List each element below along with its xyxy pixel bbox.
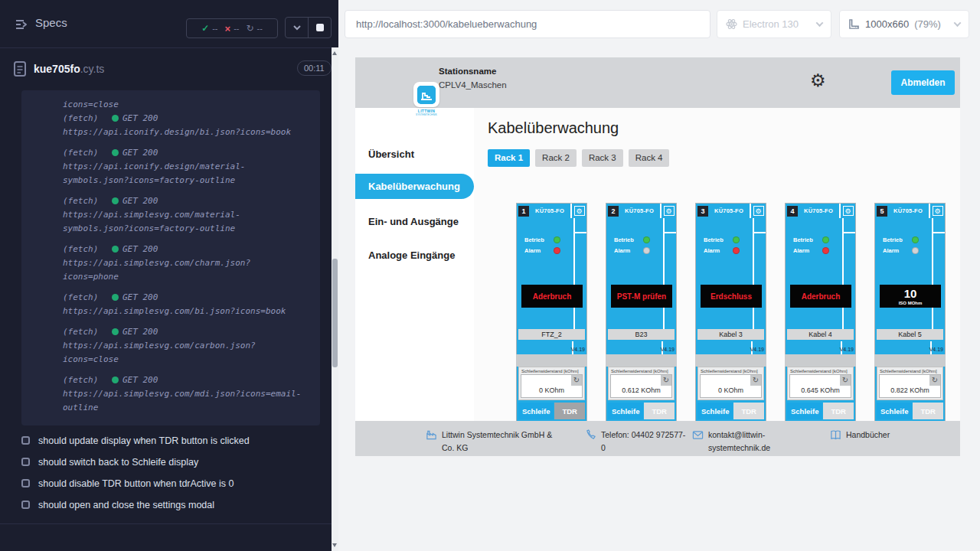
scroll-up-arrow[interactable] (332, 51, 337, 55)
rack-buttons: Schleife TDR (608, 403, 675, 419)
log-entry-url: https://api.simplesvg.com/material-symbo… (63, 208, 305, 236)
resistance-value: 0.612 KOhm (611, 386, 671, 394)
rack-cable-label: Kabel 4 (787, 329, 854, 340)
email-icon (692, 429, 704, 441)
tab-rack-2[interactable]: Rack 2 (535, 149, 577, 167)
tdr-button[interactable]: TDR (644, 403, 675, 419)
footer-email[interactable]: kontakt@littwin-systemtechnik.de (692, 429, 788, 455)
log-entry[interactable]: (fetch)GET 200 https://api.simplesvg.com… (63, 194, 311, 236)
rack-settings-icon[interactable]: ⚙ (843, 206, 854, 216)
schleife-button[interactable]: Schleife (608, 403, 643, 419)
url-input[interactable] (345, 10, 710, 38)
sidebar-item-ein-und-ausgaenge[interactable]: Ein- und Ausgänge (368, 216, 459, 227)
rack-display: Aderbruch (790, 285, 851, 308)
specs-label[interactable]: Specs (35, 16, 67, 29)
collapse-button[interactable] (286, 18, 308, 37)
rack-settings-icon[interactable]: ⚙ (753, 206, 764, 216)
rack-settings-icon[interactable]: ⚙ (664, 206, 675, 216)
log-entry[interactable]: (fetch)GET 200 https://api.simplesvg.com… (63, 373, 311, 415)
settings-gear-icon[interactable]: ⚙ (810, 72, 826, 90)
browser-selector[interactable]: Electron 130 (717, 10, 831, 38)
divider (0, 47, 332, 48)
test-item[interactable]: should disable TDR button when tdrActive… (21, 478, 320, 489)
spec-file-ext: .cy.ts (80, 63, 105, 75)
cross-icon: × (225, 23, 231, 34)
betrieb-led (554, 236, 560, 243)
log-entry[interactable]: (fetch)GET 200 https://api.simplesvg.com… (63, 325, 311, 367)
log-entry[interactable]: (fetch)GET 200 https://api.simplesvg.com… (63, 243, 311, 284)
tab-rack-4[interactable]: Rack 4 (629, 149, 670, 167)
sidebar-item-kabelueberwachung[interactable]: Kabelüberwachung (355, 174, 474, 199)
footer-manuals[interactable]: Handbücher (830, 429, 890, 442)
divider (0, 523, 332, 524)
tdr-button[interactable]: TDR (913, 403, 943, 419)
log-entry-url: https://api.simplesvg.com/carbon.json?ic… (63, 339, 305, 367)
resistance-value: 0.822 KOhm (880, 386, 940, 394)
tdr-button[interactable]: TDR (733, 403, 764, 419)
rack-leds: Betrieb Alarm (704, 234, 740, 256)
rack-cable-label: Kabel 5 (877, 329, 943, 340)
browser-preview-pane: Electron 130 1000x660 (79%) Stationsname… (338, 0, 980, 551)
schleife-button[interactable]: Schleife (787, 403, 822, 419)
log-entry-head: (fetch)GET 200 (63, 325, 311, 339)
test-item[interactable]: should open and close the settings modal (21, 499, 320, 510)
rack-side-strip (573, 218, 586, 331)
stat-pending: ↻-- (246, 23, 262, 34)
rack-settings-icon[interactable]: ⚙ (933, 206, 943, 216)
app-logo: LITTWIN SYSTEMTECHNIK (413, 82, 439, 116)
log-entry[interactable]: (fetch)GET 200 https://api.iconify.desig… (63, 112, 311, 139)
rack-card-5: 5 KÜ705-FO ⚙ Betrieb Alarm 10 ISO MO (874, 203, 946, 421)
schleife-button[interactable]: Schleife (697, 403, 733, 419)
scrollbar-thumb[interactable] (332, 259, 338, 367)
app-footer: Littwin Systemtechnik GmbH & Co. KG Tele… (355, 421, 960, 456)
log-entry-url: https://api.simplesvg.com/mdi.json?icons… (63, 387, 305, 415)
scroll-down-arrow[interactable] (332, 543, 337, 547)
sidebar-item-analoge-eingaenge[interactable]: Analoge Eingänge (368, 249, 455, 261)
vertical-scrollbar[interactable] (332, 47, 338, 551)
tdr-button[interactable]: TDR (823, 403, 854, 419)
viewport-selector[interactable]: 1000x660 (79%) (839, 10, 969, 38)
schleife-button[interactable]: Schleife (877, 403, 912, 419)
rack-cable-label: B23 (608, 329, 675, 340)
rack-number: 5 (877, 206, 887, 217)
status-dot-icon (112, 328, 119, 335)
firmware-version: V4.19 (750, 347, 764, 352)
station-name: CPLV4_Maschen (439, 80, 507, 90)
refresh-icon[interactable]: ↻ (571, 375, 582, 386)
resistance-panel: Schleifenwiderstand [kOhm] ↻ 0.612 KOhm (608, 367, 675, 400)
tab-rack-3[interactable]: Rack 3 (582, 149, 623, 167)
refresh-icon[interactable]: ↻ (929, 375, 940, 386)
refresh-icon[interactable]: ↻ (840, 375, 851, 386)
logout-button[interactable]: Abmelden (891, 70, 955, 95)
log-entry[interactable]: (fetch)GET 200 https://api.simplesvg.com… (63, 291, 311, 318)
screen: Specs ✓-- ×-- ↻-- kue705fo.cy.ts 00:11 i… (0, 0, 980, 551)
spec-file-name[interactable]: kue705fo.cy.ts (34, 63, 104, 75)
tab-rack-1[interactable]: Rack 1 (488, 149, 530, 167)
runner-controls (285, 17, 332, 38)
tdr-button[interactable]: TDR (554, 403, 585, 419)
log-entry[interactable]: (fetch)GET 200 https://api.iconify.desig… (63, 146, 311, 187)
betrieb-led (733, 236, 740, 243)
resistance-readout: ↻ 0 KOhm (521, 374, 583, 398)
rack-display: Erdschluss (701, 285, 762, 308)
rack-side-strip (842, 218, 855, 331)
rack-display: Aderbruch (521, 285, 583, 308)
resistance-panel: Schleifenwiderstand [kOhm] ↻ 0.822 KOhm (877, 367, 943, 400)
specs-menu-icon[interactable] (15, 18, 29, 34)
pending-test-icon (21, 458, 30, 466)
refresh-icon[interactable]: ↻ (750, 375, 761, 386)
test-item[interactable]: should switch back to Schleife display (21, 456, 320, 468)
sidebar-item-uebersicht[interactable]: Übersicht (368, 148, 414, 160)
rack-buttons: Schleife TDR (518, 403, 585, 419)
command-log[interactable]: icons=close (fetch)GET 200 https://api.i… (21, 90, 320, 425)
refresh-icon[interactable]: ↻ (661, 375, 671, 386)
log-entry-head: (fetch)GET 200 (63, 146, 311, 160)
pending-test-icon (21, 479, 30, 487)
rack-card-4: 4 KÜ705-FO ⚙ Betrieb Alarm Aderbruch Kab… (785, 203, 856, 421)
book-icon (830, 429, 841, 441)
test-item[interactable]: should update display when TDR button is… (21, 435, 320, 446)
rack-settings-icon[interactable]: ⚙ (574, 206, 585, 216)
stop-button[interactable] (308, 18, 331, 37)
resistance-value: 0 KOhm (521, 386, 582, 394)
schleife-button[interactable]: Schleife (518, 403, 554, 419)
